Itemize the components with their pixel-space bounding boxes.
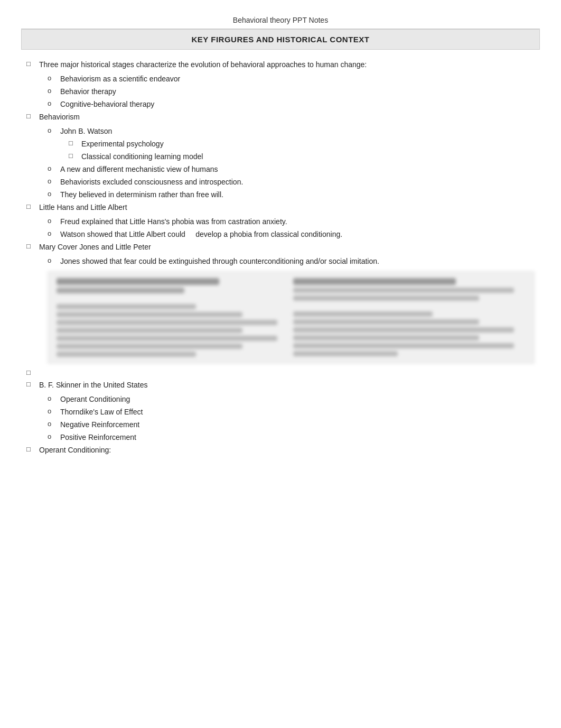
sub-icon: o: [48, 407, 60, 415]
sub-icon: o: [48, 256, 60, 264]
item-text: Cognitive-behavioral therapy: [60, 99, 535, 110]
item-text: Behaviorism as a scientific endeavor: [60, 73, 535, 85]
item-text: They believed in determinism rather than…: [60, 189, 535, 200]
item-text: Thorndike's Law of Effect: [60, 407, 535, 418]
blur-line: [57, 312, 242, 317]
list-item: □ Experimental psychology: [69, 139, 535, 150]
blur-line: [293, 296, 479, 301]
item-text: Three major historical stages characteri…: [39, 59, 535, 70]
list-item: o Thorndike's Law of Effect: [48, 407, 535, 418]
blur-line: [293, 278, 456, 285]
sub-icon: o: [48, 420, 60, 428]
sub-icon: o: [48, 229, 60, 237]
list-item: □ B. F. Skinner in the United States: [26, 380, 535, 391]
item-text: Operant Conditioning:: [39, 445, 535, 456]
bullet-icon-5: □: [26, 380, 39, 388]
blur-line: [293, 288, 514, 293]
blur-line: [57, 344, 242, 349]
list-item: o They believed in determinism rather th…: [48, 189, 535, 200]
item-text: Experimental psychology: [81, 139, 535, 150]
blur-line: [293, 335, 479, 340]
item-text: Behaviorists excluded consciousness and …: [60, 177, 535, 188]
list-item: o Jones showed that fear could be exting…: [48, 256, 535, 267]
list-item: o Watson showed that Little Albert could…: [48, 229, 535, 240]
list-item: o Freud explained that Little Hans's pho…: [48, 216, 535, 227]
item-text: Positive Reinforcement: [60, 432, 535, 443]
list-item: o Cognitive-behavioral therapy: [48, 99, 535, 110]
content-area: □ Three major historical stages characte…: [21, 59, 540, 456]
list-item: o Positive Reinforcement: [48, 432, 535, 443]
sub-icon: o: [48, 87, 60, 95]
section-header: KEY FIRGURES AND HISTORICAL CONTEXT: [21, 29, 540, 50]
blur-line: [57, 320, 277, 325]
blurred-content-table: [48, 271, 535, 364]
item-text: Operant Conditioning: [60, 394, 535, 405]
item-text: A new and different mechanistic view of …: [60, 164, 535, 175]
item-text: John B. Watson: [60, 126, 535, 137]
list-item: □ Little Hans and Little Albert: [26, 202, 535, 213]
list-item: o Behaviorism as a scientific endeavor: [48, 73, 535, 85]
item-text: Behavior therapy: [60, 86, 535, 97]
list-item: o John B. Watson: [48, 126, 535, 137]
bullet-icon-empty: □: [26, 368, 39, 376]
item-text: Little Hans and Little Albert: [39, 202, 535, 213]
list-item: o Behaviorists excluded consciousness an…: [48, 177, 535, 188]
list-item: □ Behaviorism: [26, 112, 535, 123]
list-item: o Operant Conditioning: [48, 394, 535, 405]
sub-sub-icon: □: [69, 152, 81, 160]
list-item-empty: □: [26, 368, 535, 376]
item-text: Jones showed that fear could be extingui…: [60, 256, 535, 267]
bullet-icon-3: □: [26, 202, 39, 210]
blur-line: [57, 352, 196, 357]
blur-line: [293, 311, 433, 317]
list-item: o A new and different mechanistic view o…: [48, 164, 535, 175]
sub-icon: o: [48, 432, 60, 440]
sub-icon: o: [48, 99, 60, 107]
blurred-cell-left: [57, 278, 289, 357]
list-item: o Negative Reinforcement: [48, 419, 535, 430]
bullet-icon-4: □: [26, 242, 39, 250]
sub-icon: o: [48, 394, 60, 402]
item-text: Mary Cover Jones and Little Peter: [39, 242, 535, 253]
sub-icon: o: [48, 190, 60, 198]
list-item: □ Mary Cover Jones and Little Peter: [26, 242, 535, 253]
sub-icon: o: [48, 177, 60, 185]
blur-line: [293, 351, 398, 356]
blur-line: [57, 336, 277, 341]
bullet-icon-1: □: [26, 60, 39, 68]
blur-line: [57, 304, 196, 309]
item-text: B. F. Skinner in the United States: [39, 380, 535, 391]
list-item: o Behavior therapy: [48, 86, 535, 97]
page-title: Behavioral theory PPT Notes: [21, 11, 540, 29]
list-item: □ Operant Conditioning:: [26, 445, 535, 456]
sub-icon: o: [48, 126, 60, 134]
sub-icon: o: [48, 74, 60, 82]
item-text: Behaviorism: [39, 112, 535, 123]
blurred-cell-right: [293, 278, 526, 357]
sub-icon: o: [48, 164, 60, 172]
sub-sub-icon: □: [69, 139, 81, 147]
blur-line: [293, 327, 514, 333]
item-text: Classical conditioning learning model: [81, 151, 535, 162]
blur-line: [57, 328, 242, 333]
blur-line: [57, 278, 219, 285]
item-text: Freud explained that Little Hans's phobi…: [60, 216, 535, 227]
blur-line: [293, 343, 514, 348]
sub-icon: o: [48, 217, 60, 225]
blur-line: [57, 288, 184, 293]
bullet-icon-2: □: [26, 112, 39, 120]
bullet-icon-6: □: [26, 445, 39, 453]
list-item: □ Three major historical stages characte…: [26, 59, 535, 70]
item-text: Watson showed that Little Albert could d…: [60, 229, 535, 240]
list-item: □ Classical conditioning learning model: [69, 151, 535, 162]
item-text: Negative Reinforcement: [60, 419, 535, 430]
blur-line: [293, 319, 479, 325]
